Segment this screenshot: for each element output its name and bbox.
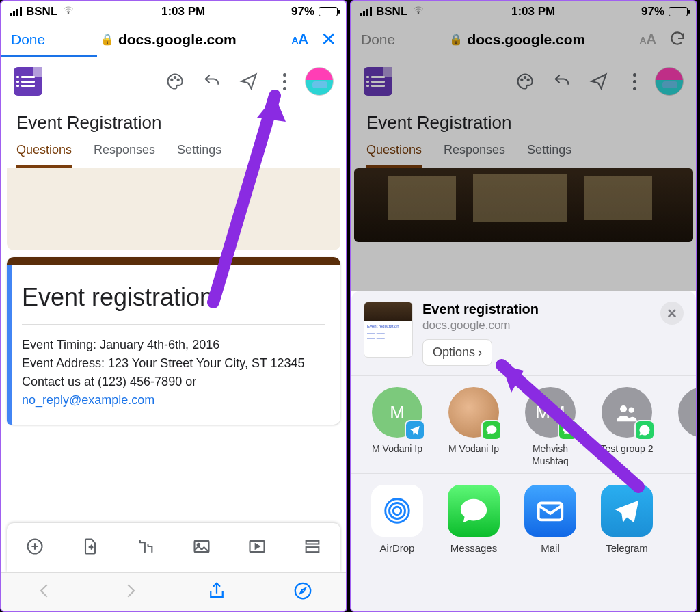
tab-settings[interactable]: Settings — [527, 143, 571, 168]
app-telegram[interactable]: Telegram — [593, 485, 660, 554]
undo-icon[interactable] — [547, 72, 577, 91]
more-icon[interactable] — [271, 73, 298, 90]
form-heading: Event registration — [22, 283, 325, 312]
lock-icon: 🔒 — [449, 33, 463, 46]
form-title: Event Registration — [1, 105, 346, 133]
insert-toolbar — [7, 523, 340, 572]
telegram-badge-icon — [405, 420, 425, 440]
reader-aa-button[interactable]: AA — [639, 31, 656, 47]
tab-questions[interactable]: Questions — [366, 143, 422, 168]
safari-icon[interactable] — [293, 581, 313, 604]
svg-point-15 — [620, 405, 627, 412]
share-subtitle: docs.google.com — [422, 319, 651, 332]
status-bar: BSNL 1:03 PM 97% — [351, 1, 696, 22]
back-icon[interactable] — [34, 581, 55, 604]
imessage-badge-icon — [558, 420, 578, 440]
share-icon[interactable] — [206, 581, 227, 604]
wifi-icon — [62, 5, 75, 19]
form-desc-line3: Contact us at (123) 456-7890 or no_reply… — [22, 373, 325, 410]
add-video-icon[interactable] — [247, 537, 267, 559]
mail-icon — [524, 485, 576, 537]
clock: 1:03 PM — [161, 5, 205, 18]
svg-point-16 — [629, 408, 634, 413]
add-image-icon[interactable] — [192, 537, 211, 559]
contact-item[interactable]: M Vodani Ip — [440, 387, 507, 468]
app-airdrop[interactable]: AirDrop — [364, 485, 431, 554]
contact-item[interactable]: M M Vodani Ip — [364, 387, 431, 468]
url-bar[interactable]: 🔒 docs.google.com — [45, 31, 291, 48]
undo-icon[interactable] — [197, 72, 227, 91]
palette-icon[interactable] — [510, 72, 540, 91]
lock-icon: 🔒 — [100, 33, 114, 46]
tab-responses[interactable]: Responses — [94, 143, 155, 168]
form-desc-line2: Event Address: 123 Your Street Your City… — [22, 354, 325, 373]
palette-icon[interactable] — [160, 72, 190, 91]
import-icon[interactable] — [81, 537, 100, 559]
signal-icon — [10, 7, 22, 16]
share-options-button[interactable]: Options › — [422, 339, 492, 366]
share-title: Event registration — [422, 302, 651, 317]
forms-toolbar — [1, 57, 346, 105]
svg-point-2 — [174, 77, 176, 78]
avatar[interactable] — [655, 67, 684, 96]
add-title-icon[interactable] — [136, 537, 155, 559]
wifi-icon — [412, 5, 425, 19]
add-section-icon[interactable] — [303, 537, 322, 559]
svg-point-10 — [295, 583, 311, 598]
telegram-icon — [601, 485, 653, 537]
app-mail[interactable]: Mail — [517, 485, 584, 554]
done-button[interactable]: Done — [361, 31, 395, 48]
forms-toolbar — [351, 57, 696, 105]
forward-icon[interactable] — [120, 581, 141, 604]
form-banner — [7, 168, 340, 250]
reload-icon[interactable] — [669, 29, 686, 50]
imessage-badge-icon — [481, 420, 502, 440]
svg-point-18 — [390, 503, 405, 519]
reader-aa-button[interactable]: AA — [291, 31, 308, 47]
share-contacts-row: M M Vodani Ip M Vodani Ip MM Mehvish Mus… — [351, 387, 696, 468]
app-messages[interactable]: Messages — [440, 485, 507, 554]
contact-item[interactable]: F — [670, 387, 696, 468]
messages-icon — [448, 485, 500, 537]
signal-icon — [360, 7, 372, 16]
tab-responses[interactable]: Responses — [444, 143, 505, 168]
avatar[interactable] — [305, 67, 334, 96]
more-icon[interactable] — [621, 73, 648, 90]
svg-point-3 — [178, 79, 179, 81]
tabs: Questions Responses Settings — [1, 133, 346, 168]
stop-button[interactable]: ✕ — [321, 28, 336, 51]
share-thumbnail: Event registration —— —— —— —— — [364, 302, 413, 358]
airdrop-icon — [371, 485, 423, 537]
send-icon[interactable] — [234, 72, 264, 91]
close-icon[interactable]: ✕ — [660, 302, 684, 325]
contact-item[interactable]: MM Mehvish Mushtaq — [517, 387, 584, 468]
send-icon[interactable] — [584, 72, 614, 91]
svg-rect-20 — [539, 503, 563, 520]
svg-point-1 — [171, 79, 172, 81]
form-title: Event Registration — [351, 105, 696, 133]
tab-questions[interactable]: Questions — [16, 143, 72, 168]
safari-bottom-bar — [1, 572, 346, 611]
forms-logo-icon[interactable] — [14, 67, 42, 96]
form-header-card[interactable]: Event registration Event Timing: January… — [7, 257, 340, 425]
contact-email-link[interactable]: no_reply@example.com — [22, 393, 154, 407]
forms-logo-icon[interactable] — [364, 67, 392, 96]
svg-rect-8 — [306, 541, 319, 544]
battery-pct: 97% — [641, 5, 664, 18]
add-question-icon[interactable] — [25, 537, 44, 559]
battery-icon — [669, 7, 688, 16]
svg-point-12 — [521, 79, 522, 81]
tab-settings[interactable]: Settings — [177, 143, 221, 168]
share-apps-row: AirDrop Messages Mail Telegram — [351, 485, 696, 554]
carrier-label: BSNL — [26, 5, 57, 18]
battery-icon — [319, 7, 338, 16]
svg-point-14 — [528, 79, 529, 81]
url-text: docs.google.com — [467, 31, 585, 48]
safari-toolbar: Done 🔒 docs.google.com AA — [351, 22, 696, 57]
url-bar[interactable]: 🔒 docs.google.com — [395, 31, 639, 48]
done-button[interactable]: Done — [11, 31, 45, 48]
svg-point-17 — [393, 507, 401, 515]
form-desc-line1: Event Timing: January 4th-6th, 2016 — [22, 336, 325, 354]
status-bar: BSNL 1:03 PM 97% — [1, 1, 346, 22]
contact-item[interactable]: Test group 2 — [593, 387, 660, 468]
